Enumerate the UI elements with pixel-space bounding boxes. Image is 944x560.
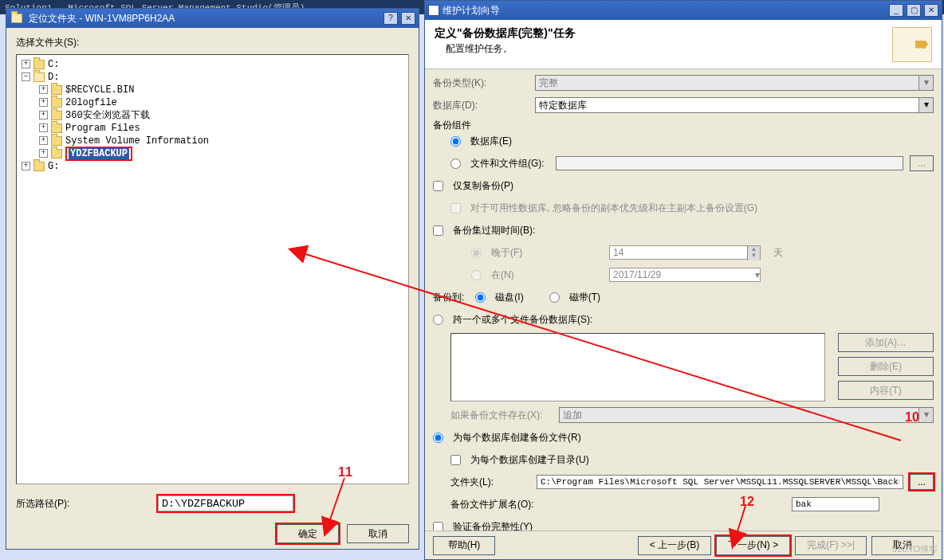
per-db-file-label: 为每个数据库创建备份文件(R)	[453, 431, 581, 444]
wizard-header: 定义"备份数据库(完整)"任务 配置维护任务。	[425, 20, 942, 69]
backup-to-disk-radio[interactable]	[475, 292, 486, 303]
expire-after-label: 晚于(F)	[491, 246, 603, 260]
wizard-title: 维护计划向导	[442, 4, 500, 18]
expire-days-input: 14▲▼	[609, 245, 761, 260]
backup-to-tape-radio[interactable]	[549, 292, 560, 303]
add-file-button: 添加(A)…	[838, 333, 934, 352]
wizard-header-icon	[892, 27, 932, 62]
backup-type-combo: 完整▾	[535, 75, 934, 91]
files-browse-button: ...	[910, 155, 934, 171]
wizard-header-subtitle: 配置维护任务。	[446, 42, 892, 56]
chevron-down-icon: ▾	[918, 76, 933, 90]
expire-checkbox[interactable]	[433, 225, 443, 236]
remove-file-button: 删除(E)	[838, 357, 934, 376]
back-button[interactable]: < 上一步(B)	[638, 536, 711, 555]
folder-dialog-titlebar[interactable]: 定位文件夹 - WIN-1VM8PP6H2AA ? ✕	[6, 9, 419, 28]
folder-dialog-title: 定位文件夹 - WIN-1VM8PP6H2AA	[29, 12, 175, 25]
expire-on-label: 在(N)	[491, 268, 603, 282]
create-subdir-label: 为每个数据库创建子目录(U)	[470, 453, 589, 467]
tree-node-ydz[interactable]: +YDZFBACKUP	[22, 147, 403, 160]
wizard-app-icon	[428, 5, 439, 16]
tree-node-360[interactable]: +360安全浏览器下载	[22, 109, 403, 122]
tree-node-recycle[interactable]: +$RECYCLE.BIN	[22, 84, 403, 96]
expire-on-radio	[471, 270, 482, 280]
selected-path-label: 所选路径(P):	[16, 497, 151, 511]
copy-only-checkbox[interactable]	[433, 181, 443, 191]
tree-node-sysvol[interactable]: +System Volume Information	[22, 135, 403, 147]
maintenance-wizard-dialog: 维护计划向导 _ ▢ ✕ 定义"备份数据库(完整)"任务 配置维护任务。 备份类…	[424, 0, 942, 560]
wizard-footer: 帮助(H) < 上一步(B) 下一步(N) > 完成(F) >>| 取消	[425, 531, 942, 559]
span-files-radio[interactable]	[433, 315, 443, 325]
tree-node-d[interactable]: −D:	[22, 71, 403, 84]
verify-integrity-checkbox[interactable]	[433, 522, 443, 531]
maximize-icon[interactable]: ▢	[907, 4, 921, 17]
expire-days-unit: 天	[773, 246, 783, 260]
tree-node-pfiles[interactable]: +Program Files	[22, 122, 403, 135]
availability-ignore-checkbox	[450, 203, 461, 213]
help-button[interactable]: 帮助(H)	[433, 536, 495, 555]
availability-ignore-label: 对于可用性数据库, 忽略备份的副本优先级和在主副本上备份设置(G)	[470, 202, 757, 215]
if-exists-combo: 追加▾	[559, 407, 934, 423]
cancel-button[interactable]: 取消	[347, 524, 409, 543]
expire-on-date: 2017/11/29▾	[609, 268, 761, 282]
if-exists-label: 如果备份文件存在(X):	[450, 409, 553, 422]
backup-component-group: 备份组件	[433, 119, 934, 132]
span-files-label: 跨一个或多个文件备份数据库(S):	[453, 313, 592, 327]
selected-path-input[interactable]	[158, 495, 293, 511]
backup-to-tape-label: 磁带(T)	[569, 291, 600, 304]
finish-button: 完成(F) >>|	[795, 536, 867, 555]
chevron-down-icon[interactable]: ▾	[918, 98, 933, 112]
chevron-down-icon: ▾	[755, 269, 760, 280]
component-files-radio[interactable]	[450, 159, 461, 169]
folder-browser-dialog: 定位文件夹 - WIN-1VM8PP6H2AA ? ✕ 选择文件夹(S): +C…	[6, 8, 419, 550]
wizard-cancel-button[interactable]: 取消	[871, 536, 934, 555]
expire-label: 备份集过期时间(B):	[453, 224, 535, 237]
tree-node-c[interactable]: +C:	[22, 58, 403, 71]
component-database-radio[interactable]	[450, 136, 461, 147]
database-combo[interactable]: 特定数据库▾	[535, 97, 934, 113]
close-icon[interactable]: ✕	[924, 4, 938, 17]
component-files-label: 文件和文件组(G):	[470, 157, 545, 170]
contents-button: 内容(T)	[838, 381, 934, 400]
folder-path-input[interactable]	[537, 475, 903, 489]
tree-node-g[interactable]: +G:	[22, 160, 403, 173]
next-button[interactable]: 下一步(N) >	[716, 536, 790, 555]
tree-node-logfile[interactable]: +20logfile	[22, 96, 403, 109]
backup-to-label: 备份到:	[433, 291, 464, 304]
backup-type-label: 备份类型(K):	[433, 76, 529, 90]
help-button-icon[interactable]: ?	[384, 12, 398, 25]
chevron-down-icon: ▾	[918, 408, 933, 422]
folder-icon	[11, 14, 22, 23]
close-icon[interactable]: ✕	[401, 12, 415, 25]
per-db-file-radio[interactable]	[433, 433, 443, 443]
expire-after-radio	[471, 248, 482, 258]
component-database-label: 数据库(E)	[470, 135, 512, 148]
folder-label: 文件夹(L):	[450, 476, 530, 489]
folder-tree[interactable]: +C: −D: +$RECYCLE.BIN +20logfile +360安全浏…	[16, 54, 409, 484]
create-subdir-checkbox[interactable]	[450, 455, 461, 465]
backup-files-listbox[interactable]	[450, 333, 825, 401]
ok-button[interactable]: 确定	[277, 524, 339, 543]
database-label: 数据库(D):	[433, 99, 529, 112]
minimize-icon[interactable]: _	[889, 4, 903, 17]
verify-integrity-label: 验证备份完整性(Y)	[453, 520, 533, 531]
files-filegroups-input	[556, 156, 903, 170]
extension-input[interactable]	[792, 497, 879, 511]
wizard-titlebar[interactable]: 维护计划向导 _ ▢ ✕	[425, 1, 942, 20]
folder-browse-button[interactable]: ...	[910, 474, 934, 490]
backup-to-disk-label: 磁盘(I)	[495, 291, 523, 304]
select-folder-label: 选择文件夹(S):	[16, 36, 409, 49]
extension-label: 备份文件扩展名(O):	[450, 498, 785, 511]
copy-only-label: 仅复制备份(P)	[453, 179, 513, 193]
wizard-header-title: 定义"备份数据库(完整)"任务	[435, 26, 892, 41]
